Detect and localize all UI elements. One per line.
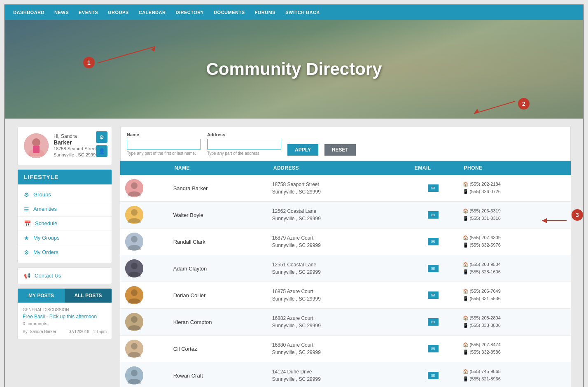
resident-address: 16882 Azure CourtSunnyville , SC 29999 [272,315,404,329]
name-filter-hint: Type any part of the first or last name. [127,151,201,156]
resident-address-cell: 16880 Azure CourtSunnyville , SC 29999 [267,336,408,362]
gear-icon[interactable]: ⚙ [96,131,107,143]
lifestyle-my-groups[interactable]: ★ My Groups [18,231,112,245]
svg-point-18 [131,289,138,296]
annotation-1: 1 [83,57,95,68]
email-icon[interactable]: ✉ [428,372,439,379]
resident-name-cell: Dorian Collier [168,282,267,309]
resident-address-cell: 18758 Seaport StreetSunnyville , SC 2999… [267,175,408,202]
resident-avatar [125,233,143,251]
resident-email-cell[interactable]: ✉ [408,175,458,202]
table-row: Walter Boyle12562 Coastal LaneSunnyville… [120,202,571,228]
resident-avatar-cell [120,255,168,282]
resident-avatar [125,179,143,197]
col-name-header: NAME [168,161,267,175]
resident-phone-home: 🏠 (555) 206-7649 [463,288,566,295]
lifestyle-groups[interactable]: ⚙ Groups [18,188,112,202]
resident-name-cell: Kieran Compton [168,309,267,336]
resident-phone-home: 🏠 (555) 745-9865 [463,368,566,375]
contact-us-link[interactable]: 📢 Contact Us [17,267,112,284]
email-icon[interactable]: ✉ [428,318,439,326]
resident-name-cell: Rowan Craft [168,362,267,387]
megaphone-icon: 📢 [24,273,30,279]
person-icon[interactable]: 👤 [96,145,107,157]
nav-events[interactable]: EVENTS [79,10,98,15]
post-link[interactable]: Free Basil - Pick up this afternoon [23,314,107,319]
resident-avatar [125,259,143,277]
resident-name: Sandra Barker [173,185,208,191]
email-icon[interactable]: ✉ [428,291,439,299]
nav-groups[interactable]: GROUPS [108,10,129,15]
profile-card: Hi, Sandra Barker 18758 Seaport Street S… [17,127,112,165]
svg-point-22 [131,343,138,350]
resident-address-cell: 16879 Azure CourtSunnyville , SC 29999 [267,228,408,255]
nav-news[interactable]: NEWS [54,10,69,15]
address-filter-label: Address [207,132,281,137]
directory-table: NAME ADDRESS EMAIL PHONE Sandra Barker18… [120,161,571,387]
lifestyle-my-orders[interactable]: ⚙ My Orders [18,245,112,259]
email-icon[interactable]: ✉ [428,184,439,192]
nav-calendar[interactable]: CALENDAR [139,10,166,15]
email-icon[interactable]: ✉ [428,345,439,352]
resident-phone-mobile: 📱 (555) 332-8586 [463,349,566,356]
svg-rect-6 [33,146,40,153]
resident-avatar [125,313,143,331]
amenities-icon: ☰ [24,206,29,212]
apply-button[interactable]: APPLY [287,144,318,156]
top-nav: DASHBOARD NEWS EVENTS GROUPS CALENDAR DI… [5,5,583,20]
nav-switch-back[interactable]: SWITCH BACK [285,10,320,15]
svg-point-16 [131,263,138,269]
resident-address-cell: 16875 Azure CourtSunnyville , SC 29999 [267,282,408,309]
resident-name: Gil Cortez [173,346,197,352]
resident-name-cell: Sandra Barker [168,175,267,202]
email-icon[interactable]: ✉ [428,238,439,245]
directory-filters: Name Type any part of the first or last … [120,127,571,161]
resident-email-cell[interactable]: ✉ [408,336,458,362]
resident-email-cell[interactable]: ✉ [408,202,458,228]
lifestyle-amenities[interactable]: ☰ Amenities [18,202,112,217]
arrow-2 [470,97,519,118]
resident-phone-cell: 🏠 (555) 207-8474 📱 (555) 332-8586 [458,336,571,362]
resident-name: Walter Boyle [173,212,203,218]
table-header-row: NAME ADDRESS EMAIL PHONE [120,161,571,175]
resident-name-cell: Walter Boyle [168,202,267,228]
resident-phone-cell: 🏠 (555) 203-9504 📱 (555) 328-1606 [458,255,571,282]
address-filter-hint: Type any part of the address [207,151,281,156]
resident-email-cell[interactable]: ✉ [408,255,458,282]
page-wrapper: DASHBOARD NEWS EVENTS GROUPS CALENDAR DI… [4,4,584,387]
my-posts-tab[interactable]: MY POSTS [18,289,65,303]
nav-forums[interactable]: FORUMS [255,10,276,15]
post-date: 07/12/2018 - 1:15pm [69,329,107,334]
schedule-icon: 📅 [24,220,31,227]
hero-banner: 1 2 Community Directory [5,20,583,119]
resident-email-cell[interactable]: ✉ [408,362,458,387]
resident-email-cell[interactable]: ✉ [408,228,458,255]
resident-email-cell[interactable]: ✉ [408,309,458,336]
table-row: Sandra Barker18758 Seaport StreetSunnyvi… [120,175,571,202]
lifestyle-section: LIFESTYLE ⚙ Groups ☰ Amenities 📅 Schedul… [17,169,112,263]
reset-button[interactable]: RESET [324,144,356,156]
resident-phone-cell: 🏠 (555) 207-6309 📱 (555) 332-5976 [458,228,571,255]
resident-email-cell[interactable]: ✉ [408,282,458,309]
resident-name: Kieran Compton [173,319,212,325]
email-icon[interactable]: ✉ [428,211,439,219]
table-body: Sandra Barker18758 Seaport StreetSunnyvi… [120,175,571,387]
svg-line-2 [474,101,515,114]
nav-directory[interactable]: DIRECTORY [175,10,204,15]
lifestyle-schedule[interactable]: 📅 Schedule [18,217,112,231]
posts-comments: 0 comments [23,321,107,326]
sidebar: Hi, Sandra Barker 18758 Seaport Street S… [17,127,112,387]
post-author: By: Sandra Barker [23,329,56,334]
address-filter-input[interactable] [207,139,281,149]
email-icon[interactable]: ✉ [428,265,439,272]
svg-point-20 [131,316,138,323]
all-posts-tab[interactable]: ALL POSTS [65,289,112,303]
name-filter-input[interactable] [127,139,201,149]
table-row: Rowan Craft14124 Dune DriveSunnyville , … [120,362,571,387]
resident-phone-mobile: 📱 (555) 331-5536 [463,295,566,303]
resident-phone-cell: 🏠 (555) 208-2804 📱 (555) 333-3806 [458,309,571,336]
nav-documents[interactable]: DOCUMENTS [214,10,245,15]
resident-address: 12551 Coastal LaneSunnyville , SC 29999 [272,261,404,276]
resident-phone-mobile: 📱 (555) 333-3806 [463,322,566,329]
nav-dashboard[interactable]: DASHBOARD [13,10,44,15]
